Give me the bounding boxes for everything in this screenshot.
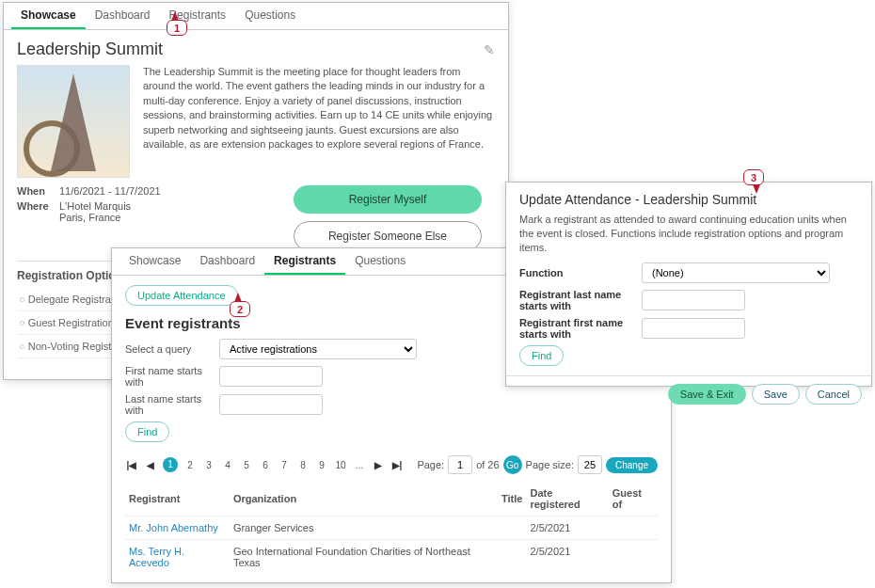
callout-3: 3 bbox=[743, 169, 764, 185]
change-button[interactable]: Change bbox=[606, 457, 658, 473]
go-button[interactable]: Go bbox=[503, 455, 522, 474]
pager: |◀ ◀ 1 2 3 4 5 6 7 8 9 10 ... ▶ ▶| Page:… bbox=[125, 455, 658, 474]
title-cell bbox=[498, 516, 526, 540]
page-size-label: Page size: bbox=[526, 459, 574, 470]
fn-label: Registrant first name starts with bbox=[519, 317, 642, 340]
first-name-input[interactable] bbox=[219, 366, 323, 387]
title-cell bbox=[498, 540, 526, 575]
table-row: Mr. John Abernathy Granger Services 2/5/… bbox=[125, 516, 658, 540]
date-cell: 2/5/2021 bbox=[526, 516, 608, 540]
page-number[interactable]: 10 bbox=[334, 460, 347, 470]
page-input[interactable] bbox=[448, 455, 472, 474]
guest-cell bbox=[609, 540, 658, 575]
col-title: Title bbox=[498, 482, 526, 516]
page-of-label: of 26 bbox=[476, 459, 499, 470]
edit-icon[interactable]: ✎ bbox=[484, 42, 495, 57]
save-button[interactable]: Save bbox=[752, 384, 800, 405]
event-title: Leadership Summit bbox=[17, 40, 163, 59]
tab-questions[interactable]: Questions bbox=[235, 3, 305, 29]
page-number[interactable]: 7 bbox=[278, 460, 291, 470]
update-attendance-dialog: Update Attendance - Leadership Summit Ma… bbox=[505, 182, 872, 387]
last-page-icon[interactable]: ▶| bbox=[390, 460, 404, 470]
tab-dashboard[interactable]: Dashboard bbox=[190, 248, 264, 275]
event-description: The Leadership Summit is the meeting pla… bbox=[143, 65, 495, 178]
date-cell: 2/5/2021 bbox=[526, 540, 608, 575]
callout-2: 2 bbox=[230, 301, 250, 317]
page-number[interactable]: 9 bbox=[315, 460, 328, 470]
next-page-icon[interactable]: ▶ bbox=[372, 460, 385, 470]
where-value: L'Hotel Marquis Paris, France bbox=[59, 200, 280, 223]
org-cell: Geo International Foundation Charities o… bbox=[230, 540, 498, 575]
col-date: Date registered bbox=[526, 482, 608, 516]
callout-1: 1 bbox=[167, 20, 187, 36]
register-myself-button[interactable]: Register Myself bbox=[294, 185, 482, 214]
tab-showcase[interactable]: Showcase bbox=[11, 3, 86, 29]
select-query[interactable]: Active registrations bbox=[219, 339, 417, 359]
page-number[interactable]: 5 bbox=[240, 460, 253, 470]
org-cell: Granger Services bbox=[230, 516, 498, 540]
first-name-label: First name starts with bbox=[125, 365, 219, 388]
ln-label: Registrant last name starts with bbox=[519, 289, 642, 311]
when-label: When bbox=[17, 185, 59, 197]
tab-showcase[interactable]: Showcase bbox=[119, 248, 190, 275]
page-number[interactable]: 1 bbox=[163, 457, 178, 472]
table-row: Ms. Terry H. Acevedo Geo International F… bbox=[125, 540, 658, 575]
update-attendance-button[interactable]: Update Attendance bbox=[125, 285, 238, 306]
prev-page-icon[interactable]: ◀ bbox=[144, 460, 157, 470]
guest-cell bbox=[609, 516, 658, 540]
registrants-table: Registrant Organization Title Date regis… bbox=[125, 482, 658, 574]
first-page-icon[interactable]: |◀ bbox=[125, 460, 138, 470]
page-size-input[interactable] bbox=[578, 455, 602, 474]
function-label: Function bbox=[519, 267, 642, 278]
page-number[interactable]: 8 bbox=[296, 460, 310, 470]
cancel-button[interactable]: Cancel bbox=[805, 384, 862, 405]
fn-input[interactable] bbox=[642, 318, 745, 339]
select-query-label: Select a query bbox=[125, 343, 219, 355]
page-number[interactable]: 6 bbox=[259, 460, 272, 470]
tab-registrants[interactable]: Registrants bbox=[264, 248, 345, 275]
event-image bbox=[17, 65, 130, 178]
page-number[interactable]: 4 bbox=[221, 460, 234, 470]
find-button[interactable]: Find bbox=[519, 345, 564, 366]
registrant-link[interactable]: Mr. John Abernathy bbox=[129, 522, 218, 533]
page-label: Page: bbox=[417, 459, 444, 470]
col-guest: Guest of bbox=[609, 482, 658, 516]
function-select[interactable]: (None) bbox=[642, 262, 830, 283]
where-label: Where bbox=[17, 200, 59, 223]
page-number-more[interactable]: ... bbox=[353, 460, 366, 470]
find-button[interactable]: Find bbox=[125, 421, 169, 442]
tab-questions[interactable]: Questions bbox=[345, 248, 415, 275]
when-value: 11/6/2021 - 11/7/2021 bbox=[59, 185, 280, 197]
page-number[interactable]: 2 bbox=[183, 460, 197, 470]
tab-dashboard[interactable]: Dashboard bbox=[86, 3, 160, 29]
col-registrant: Registrant bbox=[125, 482, 230, 516]
registrant-link[interactable]: Ms. Terry H. Acevedo bbox=[129, 546, 184, 568]
dialog-title: Update Attendance - Leadership Summit bbox=[519, 192, 858, 207]
ln-input[interactable] bbox=[642, 290, 745, 310]
dialog-description: Mark a registrant as attended to award c… bbox=[519, 213, 858, 255]
last-name-label: Last name starts with bbox=[125, 393, 219, 416]
page-number[interactable]: 3 bbox=[202, 460, 215, 470]
last-name-input[interactable] bbox=[219, 394, 323, 415]
p1-tabs: Showcase Dashboard Registrants Questions bbox=[4, 3, 508, 30]
save-exit-button[interactable]: Save & Exit bbox=[668, 384, 746, 405]
col-organization: Organization bbox=[230, 482, 498, 516]
